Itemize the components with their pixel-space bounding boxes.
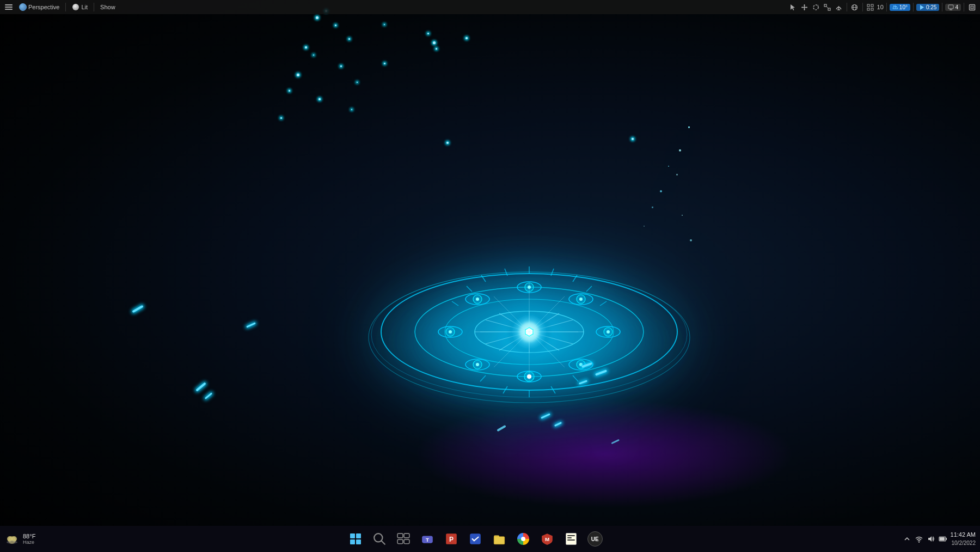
svg-point-136 bbox=[918, 542, 920, 543]
spark-particle bbox=[351, 109, 352, 110]
spark-particle bbox=[305, 46, 307, 48]
task-view-button[interactable] bbox=[393, 528, 414, 550]
hamburger-menu[interactable] bbox=[3, 3, 14, 11]
svg-point-41 bbox=[579, 298, 583, 301]
weather-icon bbox=[4, 531, 20, 547]
build-time-button[interactable]: 0:25 bbox=[916, 4, 939, 11]
toolbar-separator-6 bbox=[913, 3, 914, 11]
notepad-icon bbox=[566, 533, 577, 545]
svg-marker-97 bbox=[817, 5, 818, 6]
start-button[interactable] bbox=[345, 528, 366, 550]
spark-particle bbox=[632, 138, 634, 140]
perspective-label: Perspective bbox=[28, 4, 59, 10]
wifi-icon[interactable] bbox=[915, 535, 923, 543]
perspective-button[interactable]: Perspective bbox=[16, 3, 62, 11]
svg-rect-139 bbox=[940, 537, 945, 541]
svg-rect-67 bbox=[668, 166, 669, 167]
svg-line-100 bbox=[826, 7, 828, 8]
camera-speed-value: 10° bbox=[899, 4, 908, 10]
toolbar-separator-3 bbox=[847, 3, 847, 11]
rotate-button[interactable] bbox=[811, 2, 821, 12]
grid-value[interactable]: 10 bbox=[877, 4, 884, 10]
spark-particle bbox=[465, 37, 468, 39]
spark-particle bbox=[384, 63, 385, 64]
spark-particle bbox=[348, 38, 350, 40]
spark-particle bbox=[335, 25, 336, 26]
svg-marker-95 bbox=[806, 7, 808, 8]
notepad-button[interactable] bbox=[560, 528, 582, 550]
system-tray: 11:42 AM 10/2/2022 bbox=[903, 531, 976, 547]
svg-rect-74 bbox=[682, 215, 683, 216]
volume-icon[interactable] bbox=[927, 535, 935, 543]
spark-particle bbox=[357, 82, 358, 83]
toolbar-separator bbox=[65, 3, 66, 11]
magic-circle bbox=[366, 119, 693, 446]
unreal-engine-button[interactable]: UE bbox=[584, 528, 606, 550]
weather-widget[interactable]: 88°F Haze bbox=[4, 531, 48, 547]
maximize-button[interactable] bbox=[967, 2, 977, 12]
toolbar: Perspective Lit Show bbox=[0, 0, 980, 14]
svg-text:T: T bbox=[426, 537, 429, 543]
svg-point-120 bbox=[7, 541, 17, 544]
scale-button[interactable] bbox=[823, 2, 832, 12]
spark-particle bbox=[436, 48, 437, 50]
svg-rect-107 bbox=[871, 4, 873, 7]
time-display: 11:42 AM bbox=[951, 531, 976, 539]
svg-point-50 bbox=[476, 363, 479, 366]
toolbar-separator-2 bbox=[94, 3, 94, 11]
svg-rect-63 bbox=[688, 126, 690, 128]
select-mode-button[interactable] bbox=[788, 2, 798, 12]
date-display: 10/2/2022 bbox=[951, 539, 976, 547]
taskbar-time[interactable]: 11:42 AM 10/2/2022 bbox=[951, 531, 976, 547]
svg-rect-124 bbox=[404, 533, 409, 538]
todo-button[interactable] bbox=[464, 528, 486, 550]
search-icon bbox=[373, 532, 386, 545]
battery-icon[interactable] bbox=[939, 535, 947, 543]
show-button[interactable]: Show bbox=[97, 3, 118, 11]
file-explorer-button[interactable] bbox=[488, 528, 510, 550]
spark-particle bbox=[313, 54, 314, 56]
spark-particle bbox=[316, 16, 318, 19]
surface-snap-button[interactable] bbox=[834, 2, 844, 12]
translate-button[interactable] bbox=[800, 2, 810, 12]
screen-button[interactable]: 4 bbox=[945, 4, 961, 11]
viewport[interactable] bbox=[0, 0, 980, 552]
svg-text:M: M bbox=[545, 536, 549, 542]
svg-rect-79 bbox=[497, 424, 506, 431]
svg-rect-116 bbox=[971, 6, 973, 9]
photos-button[interactable]: P bbox=[440, 528, 462, 550]
svg-rect-123 bbox=[397, 533, 403, 538]
spark-particle bbox=[427, 33, 429, 34]
temperature: 88°F bbox=[23, 533, 35, 539]
chrome-button[interactable] bbox=[512, 528, 534, 550]
svg-marker-94 bbox=[801, 7, 803, 8]
spark-particle bbox=[318, 98, 321, 100]
weather-text: 88°F Haze bbox=[23, 533, 35, 545]
mcafee-icon: M bbox=[541, 532, 554, 545]
todo-icon bbox=[469, 532, 482, 545]
svg-rect-99 bbox=[828, 8, 830, 10]
svg-rect-112 bbox=[948, 5, 953, 9]
svg-rect-140 bbox=[946, 538, 947, 540]
dash-particle bbox=[195, 382, 206, 391]
lit-button[interactable]: Lit bbox=[69, 3, 90, 11]
chrome-icon bbox=[517, 533, 529, 545]
svg-rect-109 bbox=[871, 8, 873, 10]
perspective-icon bbox=[19, 3, 27, 11]
svg-rect-125 bbox=[397, 539, 403, 544]
spark-particle bbox=[297, 74, 299, 76]
toolbar-separator-5 bbox=[886, 3, 887, 11]
svg-point-38 bbox=[607, 330, 610, 333]
svg-rect-126 bbox=[404, 539, 409, 544]
photos-icon: P bbox=[445, 532, 458, 545]
spark-particle bbox=[433, 41, 436, 44]
svg-marker-93 bbox=[804, 9, 805, 10]
teams-button[interactable]: T bbox=[416, 528, 438, 550]
grid-button[interactable] bbox=[866, 2, 875, 12]
viewport-options-button[interactable] bbox=[850, 2, 860, 12]
mcafee-button[interactable]: M bbox=[536, 528, 558, 550]
condition: Haze bbox=[23, 539, 35, 545]
search-button[interactable] bbox=[369, 528, 390, 550]
camera-speed-button[interactable]: 10° bbox=[890, 4, 910, 11]
sys-tray-expand[interactable] bbox=[903, 535, 911, 543]
